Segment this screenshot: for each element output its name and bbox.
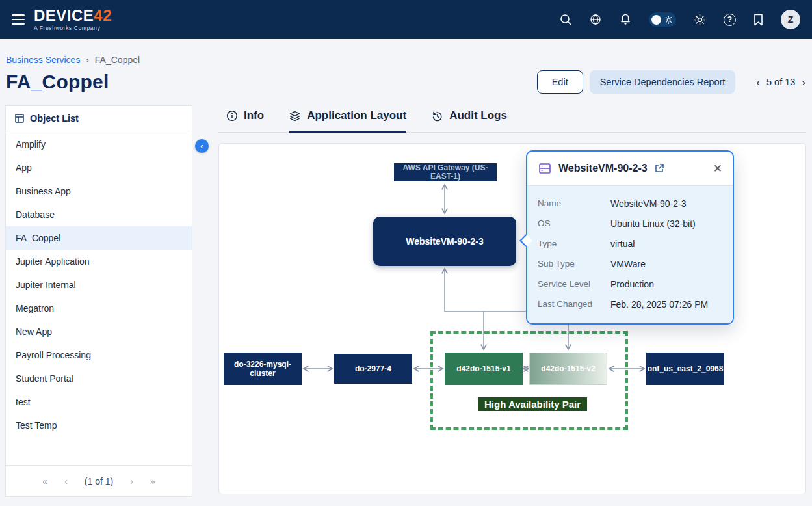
navbar-actions: ? Z — [559, 10, 800, 29]
node-details-popup: WebsiteVM-90-2-3 ✕ NameWebsiteVM-90-2-3 … — [526, 150, 734, 325]
prev-page-icon[interactable]: ‹ — [64, 476, 68, 486]
brand-text: DEVICE42 — [34, 8, 112, 23]
server-icon — [538, 161, 552, 176]
sidebar-item-database[interactable]: Database — [6, 203, 192, 226]
popup-row-value: VMWare — [610, 259, 646, 269]
tab-bar: Info Application Layout Audit Logs — [218, 105, 806, 133]
popup-body: NameWebsiteVM-90-2-3 OSUbuntu Linux (32-… — [527, 185, 733, 323]
tab-application-layout-label: Application Layout — [307, 109, 406, 122]
popup-row: NameWebsiteVM-90-2-3 — [538, 193, 722, 213]
object-list-pagination: « ‹ (1 of 1) › » — [6, 465, 192, 496]
sidebar-item-test-temp[interactable]: Test Temp — [6, 414, 192, 437]
tab-info[interactable]: Info — [226, 109, 264, 133]
sidebar-item-app[interactable]: App — [6, 156, 192, 180]
breadcrumb-separator: › — [86, 55, 89, 65]
toggle-knob-icon — [651, 15, 661, 25]
record-pager-label: 5 of 13 — [766, 77, 795, 87]
sidebar-item-megatron[interactable]: Megatron — [6, 297, 192, 320]
tab-audit-logs-label: Audit Logs — [449, 109, 507, 122]
sidebar-item-business-app[interactable]: Business App — [6, 180, 192, 203]
header-actions: Edit Service Dependencies Report ‹ 5 of … — [537, 70, 805, 94]
breadcrumb-business-services[interactable]: Business Services — [6, 55, 80, 65]
page-title: FA_Coppel — [6, 71, 109, 93]
brand-subtitle: A Freshworks Company — [34, 25, 112, 31]
breadcrumb-current: FA_Coppel — [95, 55, 140, 65]
popup-header: WebsiteVM-90-2-3 ✕ — [527, 152, 733, 185]
help-icon[interactable]: ? — [724, 14, 736, 26]
node-do-3226-mysql-cluster[interactable]: do-3226-mysql-cluster — [224, 353, 302, 385]
popup-row: Last ChangedFeb. 28, 2025 07:26 PM — [538, 294, 722, 314]
edit-button[interactable]: Edit — [537, 70, 583, 94]
logo[interactable]: DEVICE42 A Freshworks Company — [34, 8, 112, 31]
object-list-sidebar: Object List Amplify App Business App Dat… — [5, 105, 192, 497]
node-d42do-1515-v1[interactable]: d42do-1515-v1 — [445, 353, 523, 385]
popup-row-value: WebsiteVM-90-2-3 — [610, 198, 686, 209]
first-page-icon[interactable]: « — [42, 476, 47, 486]
popup-row-label: Service Level — [538, 279, 610, 289]
popup-row-label: Sub Type — [538, 259, 610, 269]
page-indicator: (1 of 1) — [85, 476, 113, 486]
globe-icon[interactable] — [589, 13, 602, 26]
close-icon[interactable]: ✕ — [713, 163, 722, 174]
popup-row: OSUbuntu Linux (32-bit) — [538, 213, 722, 233]
sidebar-item-jupiter-application[interactable]: Jupiter Application — [6, 250, 192, 273]
layers-icon — [289, 110, 301, 122]
info-icon — [226, 110, 238, 122]
object-list-title: Object List — [30, 113, 79, 124]
popup-row: Typevirtual — [538, 233, 722, 254]
sidebar-item-jupiter-internal[interactable]: Jupiter Internal — [6, 273, 192, 297]
user-avatar[interactable]: Z — [781, 10, 800, 29]
node-do-2977-4[interactable]: do-2977-4 — [334, 354, 412, 384]
history-icon — [431, 110, 443, 122]
next-page-icon[interactable]: › — [130, 476, 133, 486]
object-list: Amplify App Business App Database FA_Cop… — [6, 131, 192, 465]
sidebar-item-amplify[interactable]: Amplify — [6, 133, 192, 156]
main-panel: Info Application Layout Audit Logs — [218, 105, 806, 494]
popup-row-value: virtual — [610, 239, 635, 249]
popup-row-label: Type — [538, 239, 610, 248]
brand-device: DEVICE — [34, 7, 94, 24]
high-availability-label: High Availability Pair — [478, 397, 587, 411]
record-pager: ‹ 5 of 13 › — [756, 77, 805, 88]
node-websitevm-90-2-3[interactable]: WebsiteVM-90-2-3 — [373, 217, 516, 266]
sun-icon — [664, 16, 673, 24]
object-list-icon — [14, 113, 25, 124]
settings-gear-icon[interactable] — [693, 13, 707, 27]
object-list-header: Object List — [6, 106, 192, 131]
menu-icon[interactable] — [12, 14, 25, 24]
node-d42do-1515-v2[interactable]: d42do-1515-v2 — [529, 353, 607, 385]
popup-row-label: OS — [538, 219, 610, 228]
popup-row-value: Feb. 28, 2025 07:26 PM — [610, 299, 708, 310]
application-layout-canvas[interactable]: High Availability Pair AWS API Gateway (… — [218, 143, 806, 494]
popup-row: Sub TypeVMWare — [538, 254, 722, 274]
sidebar-item-payroll-processing[interactable]: Payroll Processing — [6, 343, 192, 367]
top-navbar: DEVICE42 A Freshworks Company ? Z — [0, 0, 812, 39]
theme-toggle[interactable] — [649, 12, 676, 27]
node-onf-us-east-2-0968[interactable]: onf_us_east_2_0968 — [646, 353, 724, 385]
tab-info-label: Info — [244, 109, 264, 122]
notifications-bell-icon[interactable] — [619, 13, 632, 26]
sidebar-item-fa-coppel[interactable]: FA_Coppel — [6, 226, 192, 250]
prev-record-icon[interactable]: ‹ — [756, 77, 760, 88]
popup-row-value: Ubuntu Linux (32-bit) — [610, 219, 696, 229]
tab-application-layout[interactable]: Application Layout — [289, 109, 406, 133]
brand-number: 42 — [94, 7, 112, 24]
bookmark-icon[interactable] — [753, 14, 764, 26]
popup-title: WebsiteVM-90-2-3 — [558, 163, 648, 174]
last-page-icon[interactable]: » — [150, 476, 155, 486]
service-dependencies-report-button[interactable]: Service Dependencies Report — [590, 70, 736, 94]
search-icon[interactable] — [559, 13, 572, 26]
node-aws-api-gateway[interactable]: AWS API Gateway (US-EAST-1) — [394, 163, 497, 181]
external-link-icon[interactable] — [654, 163, 664, 174]
popup-row-label: Last Changed — [538, 299, 610, 309]
popup-row-value: Production — [610, 279, 654, 289]
sidebar-item-test[interactable]: test — [6, 390, 192, 414]
tab-audit-logs[interactable]: Audit Logs — [431, 109, 507, 133]
page-header: Business Services › FA_Coppel FA_Coppel … — [0, 39, 812, 94]
sidebar-item-student-portal[interactable]: Student Portal — [6, 367, 192, 390]
sidebar-item-new-app[interactable]: New App — [6, 320, 192, 343]
next-record-icon[interactable]: › — [802, 77, 805, 88]
sidebar-collapse-button[interactable]: ‹ — [195, 139, 209, 153]
popup-row: Service LevelProduction — [538, 274, 722, 294]
popup-row-label: Name — [538, 198, 610, 208]
